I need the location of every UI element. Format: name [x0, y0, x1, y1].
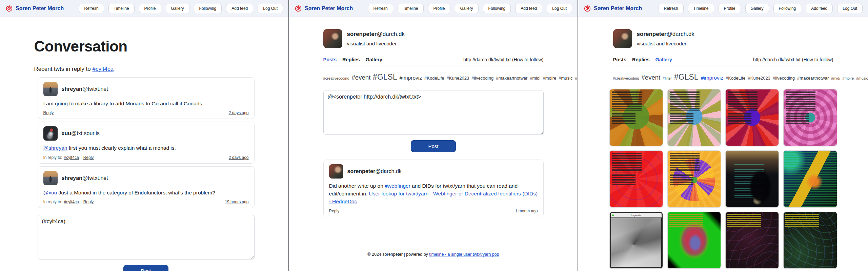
hashtag-link[interactable]: #Kune2023 [447, 76, 469, 81]
reply-link[interactable]: Reply [83, 155, 94, 160]
hashtag-link[interactable]: #KodeLife [726, 76, 746, 81]
twt-timestamp-link[interactable]: 2 days ago [229, 110, 249, 115]
gallery-image[interactable] [609, 89, 663, 146]
nav-addfeed-button[interactable]: Add feed [226, 4, 253, 13]
profile-host: @darch.dk [377, 31, 404, 37]
profile-nick: sorenpeter [637, 31, 667, 37]
powered-by-link[interactable]: timeline - a single user twtxt/yarn pod [429, 252, 499, 257]
thread-hash-link[interactable]: #cylt4ca [64, 200, 79, 204]
nav-logout-button[interactable]: Log Out [258, 4, 283, 13]
nav-gallery-button[interactable]: Gallery [745, 4, 769, 13]
hashtag-link[interactable]: #makeartnotwar [797, 76, 829, 81]
nav-gallery-button[interactable]: Gallery [455, 4, 479, 13]
nav-profile-button[interactable]: Profile [428, 4, 450, 13]
reply-link[interactable]: Reply [43, 110, 54, 115]
tab-replies[interactable]: Replies [342, 57, 360, 62]
gallery-image[interactable] [725, 89, 779, 146]
nav-profile-button[interactable]: Profile [139, 4, 161, 13]
tab-replies[interactable]: Replies [632, 57, 650, 62]
thread-hash-link[interactable]: #cylt4ca [64, 155, 79, 160]
gallery-image[interactable] [725, 212, 779, 269]
gallery-image[interactable] [783, 89, 837, 146]
nav-following-button[interactable]: Following [773, 4, 802, 13]
brand-link[interactable]: Søren Peter Mørch [584, 5, 642, 12]
hashtag-link[interactable]: #creativecoding [613, 76, 639, 80]
nav-following-button[interactable]: Following [194, 4, 222, 13]
hashtag-link[interactable]: #GLSL [674, 72, 699, 81]
mention-link[interactable]: @xuu [43, 190, 57, 195]
tab-posts[interactable]: Posts [323, 57, 337, 62]
hashtag-link[interactable]: #GLSL [373, 72, 397, 81]
twt-timestamp-link[interactable]: 1 month ago [515, 209, 538, 213]
brand-link[interactable]: Søren Peter Mørch [5, 5, 64, 12]
gallery-image[interactable] [667, 150, 721, 207]
hashtag-link[interactable]: #KodeLife [424, 76, 444, 81]
nav-timeline-button[interactable]: Timeline [688, 4, 714, 13]
brand-link[interactable]: Søren Peter Mørch [295, 5, 353, 12]
reply-composer[interactable]: (#cylt4ca) [38, 215, 255, 259]
post-button[interactable]: Post [411, 140, 456, 152]
nav-refresh-button[interactable]: Refresh [79, 4, 104, 13]
nav-logout-button[interactable]: Log Out [547, 4, 572, 13]
gallery-image[interactable] [783, 212, 837, 269]
nav-gallery-button[interactable]: Gallery [166, 4, 189, 13]
hashtag-link[interactable]: #livecoding [471, 76, 493, 81]
twt-author: xuu@txt.sour.is [62, 130, 100, 137]
twt-text-rest: Just a Monoid in the category of Endofun… [57, 190, 215, 195]
post-composer[interactable]: @<sorenpeter http://darch.dk/twtxt.txt> [323, 90, 544, 135]
tab-gallery[interactable]: Gallery [655, 57, 672, 62]
hashtag-link[interactable]: #improviz [400, 75, 422, 81]
tab-gallery[interactable]: Gallery [366, 57, 382, 62]
hashtag-link[interactable]: #livecoding [773, 76, 795, 81]
nav-following-button[interactable]: Following [483, 4, 511, 13]
hashtag-link[interactable]: #event [642, 74, 661, 81]
hashtag-link[interactable]: #webfinger [385, 183, 410, 189]
how-to-follow-link[interactable]: (How to follow) [802, 57, 833, 62]
nav-timeline-button[interactable]: Timeline [398, 4, 424, 13]
twt-author-host: @twtxt.net [82, 175, 108, 181]
hashtag-link[interactable]: #midi [831, 76, 840, 80]
hashtag-link[interactable]: #moire [543, 76, 556, 81]
reply-link[interactable]: Reply [329, 209, 340, 213]
tab-posts[interactable]: Posts [613, 57, 627, 62]
how-to-follow-link[interactable]: (How to follow) [512, 57, 544, 62]
nav-refresh-button[interactable]: Refresh [368, 4, 393, 13]
twt-timestamp-link[interactable]: 19 hours ago [225, 200, 248, 204]
divider [323, 66, 544, 66]
hashtag-link[interactable]: #improviz [701, 75, 723, 81]
twtxt-feed-link[interactable]: http://darch.dk/twtxt.txt [753, 57, 801, 62]
twtxt-feed-link[interactable]: http://darch.dk/twtxt.txt [463, 57, 511, 62]
gallery-image[interactable] [725, 150, 779, 207]
nav-timeline-button[interactable]: Timeline [108, 4, 135, 13]
thread-hash-link[interactable]: #cylt4ca [92, 66, 113, 72]
hashtag-link[interactable]: #music [559, 76, 572, 81]
hashtag-link[interactable]: #paintOver [575, 76, 578, 81]
app-header: Søren Peter Mørch Refresh Timeline Profi… [578, 0, 868, 17]
hashtag-link[interactable]: #moire [843, 76, 854, 80]
post-button[interactable]: Post [123, 265, 168, 271]
hashtag-link[interactable]: #midi [530, 76, 540, 81]
nav-addfeed-button[interactable]: Add feed [515, 4, 542, 13]
hashtag-link[interactable]: #event [352, 74, 371, 81]
twt-timestamp-link[interactable]: 2 days ago [229, 155, 249, 160]
gallery-image[interactable] [667, 212, 721, 269]
nav-refresh-button[interactable]: Refresh [659, 4, 684, 13]
nav-addfeed-button[interactable]: Add feed [806, 4, 833, 13]
gallery-image[interactable] [609, 150, 663, 207]
gallery-image[interactable] [667, 89, 721, 146]
page-title: Conversation [34, 38, 255, 55]
hashtag-link[interactable]: #music [856, 76, 868, 80]
mention-link[interactable]: @shreyan [43, 145, 67, 151]
gallery-image[interactable]: Improviz [609, 212, 663, 269]
hashtag-link[interactable]: #filter [663, 76, 672, 80]
code-overlay [670, 174, 693, 186]
hashtag-link[interactable]: #makeartnotwar [496, 76, 527, 81]
nav-logout-button[interactable]: Log Out [837, 4, 863, 13]
reply-link[interactable]: Reply [83, 200, 94, 204]
gallery-image[interactable] [783, 150, 837, 207]
avatar [43, 126, 58, 141]
nav-profile-button[interactable]: Profile [719, 4, 741, 13]
code-overlay [669, 214, 703, 227]
hashtag-link[interactable]: #creativecoding [323, 76, 349, 80]
hashtag-link[interactable]: #Kune2023 [748, 76, 771, 81]
